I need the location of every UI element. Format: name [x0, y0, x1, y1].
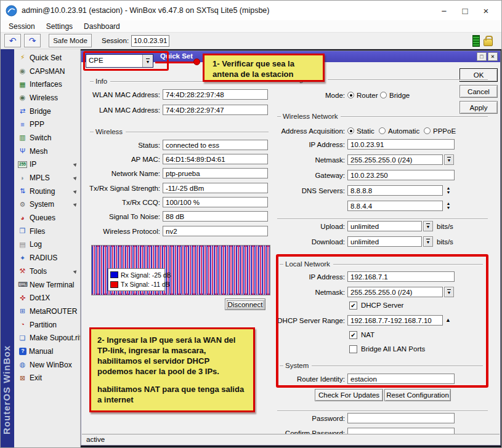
- download-field[interactable]: unlimited: [347, 236, 422, 247]
- quickset-mode-combo[interactable]: CPE ▼: [86, 54, 153, 68]
- reset-configuration-button[interactable]: Reset Configuration: [384, 389, 451, 401]
- wireless-group-header: Wireless: [90, 128, 269, 135]
- check-for-updates-button[interactable]: Check For Updates: [315, 389, 383, 401]
- sidebar-item-files[interactable]: ❒ Files: [14, 225, 80, 238]
- mpls-icon: ◗: [18, 175, 27, 182]
- chevron-down-icon: ▼: [146, 58, 150, 64]
- sidebar-item-mpls[interactable]: ◗ MPLS: [14, 171, 80, 185]
- quick-set-maximize-button[interactable]: □: [477, 52, 487, 61]
- tools-icon: ⚒: [18, 268, 27, 274]
- menu-settings[interactable]: Settings: [41, 21, 78, 32]
- secure-lock-icon: [484, 39, 493, 46]
- radio-icon: [347, 92, 354, 98]
- quickset-mode-value: CPE: [86, 55, 142, 67]
- wireless-info-value: -11/-25 dBm: [163, 183, 268, 193]
- upload-field[interactable]: unlimited: [347, 221, 422, 231]
- addr-pppoe-radio[interactable]: PPPoE: [424, 126, 456, 136]
- sidebar-item-exit[interactable]: ⊠ Exit: [14, 372, 80, 385]
- undo-button[interactable]: ↶: [4, 34, 21, 47]
- download-dropdown-button[interactable]: ▼: [423, 236, 433, 247]
- dhcp-range-up-icon[interactable]: ▲: [445, 317, 451, 323]
- dns-1-spinner[interactable]: ▲▼: [445, 185, 452, 196]
- window-controls: − □ ×: [434, 3, 496, 18]
- sidebar-item-routing[interactable]: ⇅ Routing: [14, 185, 80, 198]
- sidebar-item-new-winbox[interactable]: ◍ New WinBox: [14, 358, 80, 372]
- minimize-button[interactable]: −: [434, 3, 455, 18]
- nat-checkbox[interactable]: ✔: [349, 331, 357, 339]
- safe-mode-button[interactable]: Safe Mode: [49, 34, 92, 47]
- redo-button[interactable]: ↷: [24, 34, 41, 47]
- sidebar-item-system[interactable]: ⚙ System: [14, 198, 80, 212]
- bridge-all-lan-checkbox[interactable]: [349, 345, 357, 353]
- wireless-info-label: Network Name:: [83, 168, 160, 178]
- submenu-arrow-icon: [73, 202, 78, 207]
- gateway-label: Gateway:: [278, 170, 345, 180]
- password-field[interactable]: [347, 413, 455, 423]
- callout-2-paragraph-1: 2- Ingresar la IP que será la WAN del TP…: [97, 335, 247, 377]
- upload-dropdown-button[interactable]: ▼: [423, 221, 433, 231]
- sidebar-item-interfaces[interactable]: ▦ Interfaces: [14, 78, 80, 91]
- wan-netmask-field[interactable]: 255.255.255.0 (/24): [347, 154, 443, 165]
- app-titlebar: admin@10.0.23.91 (estacion) - WinBox v6.…: [1, 1, 501, 20]
- addr-automatic-radio[interactable]: Automatic: [379, 126, 419, 136]
- dhcp-server-checkbox[interactable]: ✔: [349, 302, 357, 310]
- sidebar-item-dot1x[interactable]: ✜ Dot1X: [14, 291, 80, 305]
- router-identity-field[interactable]: estacion: [347, 374, 455, 384]
- menu-session[interactable]: Session: [3, 21, 41, 32]
- new-winbox-icon: ◍: [18, 361, 27, 368]
- sidebar-item-radius[interactable]: ✦ RADIUS: [14, 251, 80, 265]
- combo-dropdown-button[interactable]: ▼: [142, 55, 153, 67]
- dns-2-field[interactable]: 8.8.4.4: [347, 201, 443, 211]
- divider: [277, 218, 488, 219]
- radius-icon: ✦: [18, 255, 27, 262]
- sidebar-item-partition[interactable]: ◔ Partition: [14, 318, 80, 332]
- wireless-icon: ◉: [18, 94, 27, 101]
- toolbar-right: [472, 35, 498, 47]
- exit-icon: ⊠: [18, 375, 27, 382]
- lan-netmask-dropdown-button[interactable]: ▼: [444, 287, 454, 297]
- mode-bridge-radio[interactable]: Bridge: [380, 90, 410, 100]
- dhcp-server-label: DHCP Server: [361, 302, 403, 309]
- sidebar-item-manual[interactable]: ? Manual: [14, 345, 80, 358]
- sidebar-item-capsman[interactable]: ◉ CAPsMAN: [14, 65, 80, 78]
- session-input[interactable]: 10.0.23.91: [131, 35, 169, 47]
- lan-ip-field[interactable]: 192.168.7.1: [347, 271, 455, 282]
- sidebar-item-mesh[interactable]: Ψ Mesh: [14, 145, 80, 158]
- chevron-down-icon: ▼: [447, 289, 451, 295]
- sidebar-item-wireless[interactable]: ◉ Wireless: [14, 91, 80, 105]
- window-statusbar: active: [82, 434, 500, 444]
- quick-set-title: Quick Set: [160, 52, 193, 60]
- wan-netmask-dropdown-button[interactable]: ▼: [444, 154, 454, 165]
- sidebar-item-quick-set[interactable]: ⚡ Quick Set: [14, 51, 80, 65]
- addr-static-radio[interactable]: Static: [347, 126, 374, 136]
- sidebar-item-tools[interactable]: ⚒ Tools: [14, 265, 80, 278]
- quick-set-close-button[interactable]: ×: [488, 52, 498, 61]
- tx-swatch-icon: [110, 281, 118, 288]
- apply-button[interactable]: Apply: [459, 101, 498, 114]
- bridge-all-lan-label: Bridge All LAN Ports: [361, 345, 425, 353]
- maximize-button[interactable]: □: [455, 3, 476, 18]
- sidebar-item-queues[interactable]: ◕ Queues: [14, 211, 80, 225]
- gateway-field[interactable]: 10.0.23.250: [347, 170, 455, 180]
- nat-checkbox-row: ✔ NAT: [349, 330, 374, 339]
- cancel-button[interactable]: Cancel: [459, 85, 498, 98]
- dns-1-field[interactable]: 8.8.8.8: [347, 185, 443, 196]
- wan-ip-field[interactable]: 10.0.23.91: [347, 139, 455, 150]
- sidebar-item-new-terminal[interactable]: ⌨ New Terminal: [14, 278, 80, 292]
- system-group-header: System: [280, 362, 483, 369]
- mode-router-radio[interactable]: Router: [347, 90, 378, 100]
- close-button[interactable]: ×: [476, 3, 496, 18]
- sidebar-item-switch[interactable]: ▥ Switch: [14, 131, 80, 145]
- lan-netmask-field[interactable]: 255.255.255.0 (/24): [347, 287, 443, 297]
- menu-dashboard[interactable]: Dashboard: [78, 21, 126, 32]
- sidebar-item-metarouter[interactable]: ⊞ MetaROUTER: [14, 305, 80, 318]
- sidebar-item-ppp[interactable]: ≡ PPP: [14, 118, 80, 131]
- disconnect-button[interactable]: Disconnect: [225, 298, 265, 310]
- sidebar-item-bridge[interactable]: ⇄ Bridge: [14, 105, 80, 118]
- sidebar-item-make-supout-rif[interactable]: ❏ Make Supout.rif: [14, 331, 80, 345]
- sidebar-item-log[interactable]: ▤ Log: [14, 238, 80, 252]
- dhcp-range-field[interactable]: 192.168.7.7-192.168.7.10: [347, 315, 443, 326]
- dns-2-spinner[interactable]: ▲▼: [445, 201, 452, 211]
- legend-tx-row: Tx Signal: -11 dB: [110, 281, 163, 288]
- sidebar-item-ip[interactable]: 255 IP: [14, 158, 80, 172]
